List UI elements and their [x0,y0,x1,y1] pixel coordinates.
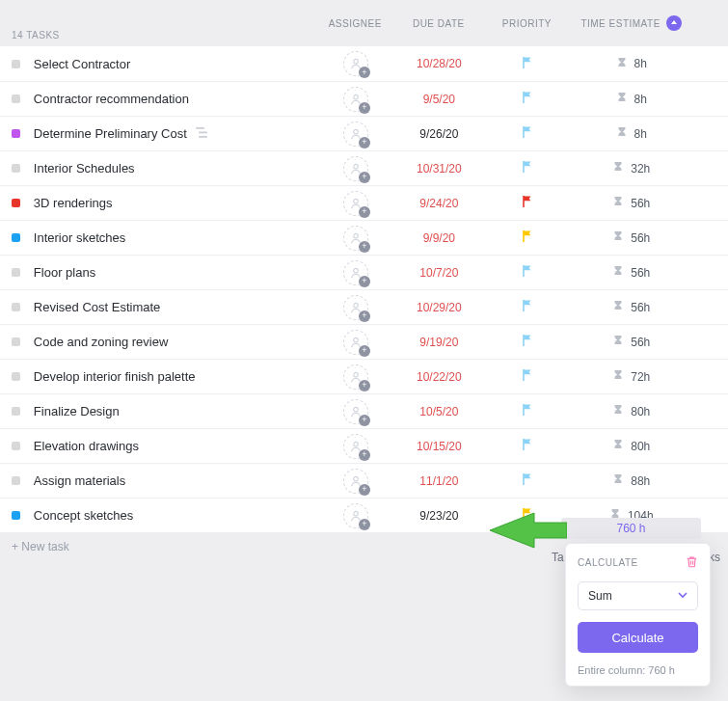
status-square[interactable] [12,511,20,520]
assign-user-icon[interactable]: + [343,503,368,528]
time-estimate-cell[interactable]: 56h [570,265,693,280]
assign-user-icon[interactable]: + [343,295,368,320]
assign-user-icon[interactable]: + [343,434,368,459]
due-date-cell[interactable]: 9/19/20 [393,336,484,349]
due-date-cell[interactable]: 10/7/20 [393,266,484,280]
status-square[interactable] [12,60,20,68]
assignee-cell[interactable]: + [318,364,394,390]
task-name[interactable]: Interior sketches [34,230,318,245]
assignee-cell[interactable]: + [318,503,394,528]
time-estimate-cell[interactable]: 88h [570,473,693,488]
assign-user-icon[interactable]: + [343,191,368,216]
due-date-cell[interactable]: 10/28/20 [393,57,484,70]
due-date-cell[interactable]: 9/26/20 [393,127,484,141]
task-row[interactable]: 3D renderings + 9/24/20 56h [0,185,728,220]
task-name[interactable]: Develop interior finish palette [34,369,318,384]
assign-user-icon[interactable]: + [343,364,368,390]
task-name[interactable]: Contractor recommendation [34,92,318,106]
priority-cell[interactable] [485,264,570,281]
task-name[interactable]: Code and zoning review [34,335,318,349]
status-square[interactable] [12,476,20,485]
due-date-cell[interactable]: 10/5/20 [393,405,484,418]
status-square[interactable] [12,199,20,207]
task-row[interactable]: Revised Cost Estimate + 10/29/20 56h [0,289,728,324]
task-row[interactable]: Select Contractor + 10/28/20 8h [0,46,728,81]
task-name[interactable]: 3D renderings [34,196,318,210]
priority-cell[interactable] [485,125,570,142]
task-name[interactable]: Revised Cost Estimate [34,300,318,314]
priority-cell[interactable] [485,334,570,350]
due-date-cell[interactable]: 9/23/20 [393,509,484,523]
task-row[interactable]: Assign materials + 11/1/20 88h [0,463,728,498]
task-row[interactable]: Interior sketches + 9/9/20 56h [0,220,728,255]
due-date-cell[interactable]: 11/1/20 [393,474,484,488]
priority-cell[interactable] [485,195,570,211]
task-row[interactable]: Determine Preliminary Cost + 9/26/20 8h [0,116,728,150]
task-name[interactable]: Floor plans [34,265,318,280]
due-date-cell[interactable]: 10/31/20 [393,162,484,175]
time-estimate-cell[interactable]: 8h [570,92,693,106]
assign-user-icon[interactable]: + [343,260,368,285]
priority-cell[interactable] [485,229,570,246]
due-date-cell[interactable]: 9/24/20 [393,197,484,210]
task-name[interactable]: Select Contractor [34,57,318,71]
assign-user-icon[interactable]: + [343,87,368,112]
assign-user-icon[interactable]: + [343,156,368,181]
priority-cell[interactable] [485,438,570,454]
status-square[interactable] [12,337,20,346]
time-estimate-cell[interactable]: 80h [570,404,693,418]
assign-user-icon[interactable]: + [343,226,368,251]
assign-user-icon[interactable]: + [343,330,368,355]
assignee-cell[interactable]: + [318,226,394,251]
time-estimate-cell[interactable]: 56h [570,230,693,245]
task-row[interactable]: Finalize Design + 10/5/20 80h [0,393,728,428]
task-row[interactable]: Develop interior finish palette + 10/22/… [0,359,728,393]
priority-cell[interactable] [485,91,570,107]
status-square[interactable] [12,164,20,173]
column-header-priority[interactable]: PRIORITY [484,18,570,29]
assignee-cell[interactable]: + [318,330,394,355]
assignee-cell[interactable]: + [318,191,394,216]
task-row[interactable]: Interior Schedules + 10/31/20 32h [0,150,728,185]
status-square[interactable] [12,372,20,381]
assignee-cell[interactable]: + [318,295,394,320]
due-date-cell[interactable]: 10/22/20 [393,370,484,384]
status-square[interactable] [12,303,20,311]
task-name[interactable]: Elevation drawings [34,439,318,453]
assignee-cell[interactable]: + [318,434,394,459]
assign-user-icon[interactable]: + [343,121,368,147]
time-estimate-cell[interactable]: 8h [570,126,693,141]
assignee-cell[interactable]: + [318,399,394,424]
due-date-cell[interactable]: 9/9/20 [393,231,484,245]
assign-user-icon[interactable]: + [343,469,368,494]
task-name[interactable]: Assign materials [34,473,318,488]
assignee-cell[interactable]: + [318,121,394,147]
time-estimate-cell[interactable]: 32h [570,161,693,175]
time-estimate-cell[interactable]: 56h [570,335,693,349]
priority-cell[interactable] [485,403,570,419]
priority-cell[interactable] [485,472,570,489]
column-header-due-date[interactable]: DUE DATE [393,18,484,29]
assignee-cell[interactable]: + [318,51,394,76]
status-square[interactable] [12,94,20,103]
time-estimate-cell[interactable]: 72h [570,369,693,384]
priority-cell[interactable] [485,160,570,176]
task-row[interactable]: Floor plans + 10/7/20 56h [0,255,728,289]
status-square[interactable] [12,129,20,138]
aggregate-select[interactable]: Sum [578,581,698,610]
calculate-button[interactable]: Calculate [578,622,698,653]
sort-ascending-icon[interactable] [666,15,682,31]
assignee-cell[interactable]: + [318,156,394,181]
task-row[interactable]: Elevation drawings + 10/15/20 80h [0,428,728,463]
task-name[interactable]: Finalize Design [34,404,318,418]
task-name[interactable]: Interior Schedules [34,161,318,175]
column-sum-pill[interactable]: 760 h [561,518,701,539]
assignee-cell[interactable]: + [318,260,394,285]
priority-cell[interactable] [485,299,570,315]
due-date-cell[interactable]: 9/5/20 [393,93,484,106]
assignee-cell[interactable]: + [318,469,394,494]
due-date-cell[interactable]: 10/29/20 [393,301,484,314]
time-estimate-cell[interactable]: 56h [570,196,693,210]
assignee-cell[interactable]: + [318,87,394,112]
task-row[interactable]: Contractor recommendation + 9/5/20 8h [0,81,728,116]
